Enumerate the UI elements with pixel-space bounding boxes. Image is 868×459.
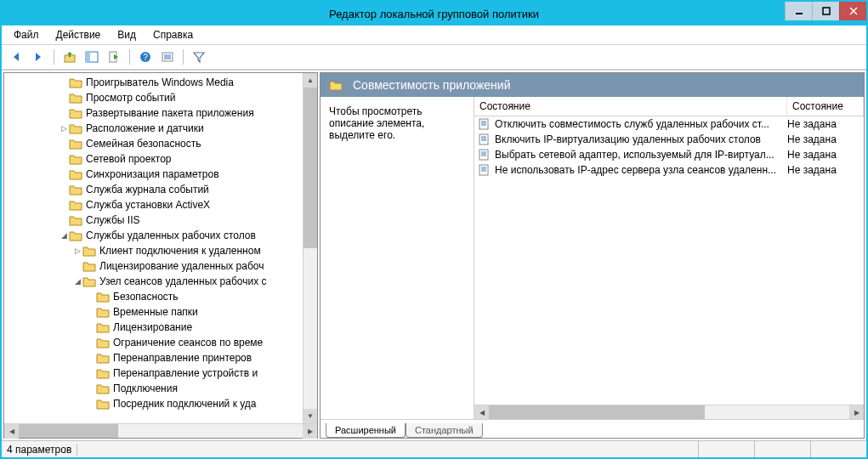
tree-item[interactable]: Лицензирование удаленных рабоч xyxy=(4,258,317,274)
close-button[interactable] xyxy=(839,2,866,20)
folder-icon xyxy=(96,321,110,333)
folder-icon xyxy=(69,92,82,104)
folder-icon xyxy=(69,122,82,134)
tree-item[interactable]: Проигрыватель Windows Media xyxy=(4,75,317,90)
folder-icon xyxy=(96,398,110,410)
folder-icon xyxy=(96,291,110,303)
column-name[interactable]: Состояние xyxy=(474,97,787,116)
menu-action[interactable]: Действие xyxy=(51,27,106,42)
minimize-button[interactable] xyxy=(785,2,812,20)
tree-item[interactable]: ▷Клиент подключения к удаленном xyxy=(4,243,317,258)
tree-item[interactable]: Лицензирование xyxy=(4,320,317,335)
tree-item[interactable]: Посредник подключений к уда xyxy=(4,396,317,411)
help-button[interactable]: ? xyxy=(136,48,155,66)
tab-extended[interactable]: Расширенный xyxy=(326,423,406,438)
folder-icon xyxy=(69,199,82,211)
toolbar: ? xyxy=(2,45,866,70)
list-item[interactable]: Выбрать сетевой адаптер, используемый дл… xyxy=(474,147,864,162)
tree-item-label: Расположение и датчики xyxy=(86,122,204,134)
list-item[interactable]: Не использовать IP-адрес сервера узла се… xyxy=(474,162,864,178)
folder-icon xyxy=(69,168,82,180)
folder-icon xyxy=(69,107,82,119)
tree-item[interactable]: Синхронизация параметров xyxy=(4,167,317,182)
tree-item[interactable]: Служба установки ActiveX xyxy=(4,197,317,212)
tree-item-label: Ограничение сеансов по време xyxy=(113,337,263,348)
tree-item[interactable]: Ограничение сеансов по време xyxy=(4,335,317,350)
tree-item[interactable]: Сетевой проектор xyxy=(4,151,317,167)
policy-icon xyxy=(478,133,491,146)
tree-item[interactable]: ◢Службы удаленных рабочих столов xyxy=(4,228,317,243)
tree-item[interactable]: Подключения xyxy=(4,381,317,396)
status-bar: 4 параметров xyxy=(2,440,866,457)
tree-item[interactable]: Службы IIS xyxy=(4,212,317,228)
policy-icon xyxy=(478,148,491,162)
tree-vertical-scrollbar[interactable]: ▲ ▼ xyxy=(303,73,317,423)
list-item[interactable]: Отключить совместимость служб удаленных … xyxy=(474,116,864,132)
tree-item-label: Посредник подключений к уда xyxy=(113,398,257,410)
description-text: Чтобы просмотреть описание элемента, выд… xyxy=(329,105,465,141)
back-button[interactable] xyxy=(7,48,26,66)
tab-standard[interactable]: Стандартный xyxy=(406,423,483,438)
tree-item-label: Безопасность xyxy=(113,291,179,303)
column-headers[interactable]: Состояние Состояние xyxy=(474,97,864,116)
filter-button[interactable] xyxy=(190,48,208,66)
svg-text:?: ? xyxy=(143,53,148,62)
export-button[interactable] xyxy=(105,48,123,66)
folder-icon xyxy=(96,367,110,379)
tree-item[interactable]: Перенаправление устройств и xyxy=(4,366,317,381)
tree-item[interactable]: Семейная безопасность xyxy=(4,136,317,151)
folder-icon xyxy=(82,275,96,287)
folder-icon xyxy=(96,306,110,318)
menu-view[interactable]: Вид xyxy=(112,27,141,42)
tree-item[interactable]: ◢Узел сеансов удаленных рабочих с xyxy=(4,274,317,289)
list-item[interactable]: Включить IP-виртуализацию удаленных рабо… xyxy=(474,132,864,147)
properties-button[interactable] xyxy=(158,48,177,66)
svg-rect-6 xyxy=(86,52,90,62)
svg-rect-18 xyxy=(479,134,488,144)
svg-rect-26 xyxy=(479,165,488,175)
policy-icon xyxy=(478,117,491,131)
column-state[interactable]: Состояние xyxy=(787,97,864,116)
setting-state: Не задана xyxy=(787,118,864,130)
tree-item-label: Сетевой проектор xyxy=(86,153,172,165)
list-horizontal-scrollbar[interactable]: ◀ ▶ xyxy=(474,405,864,419)
maximize-button[interactable] xyxy=(812,2,839,20)
up-button[interactable] xyxy=(60,48,79,66)
tree-item[interactable]: Развертывание пакета приложения xyxy=(4,105,317,121)
tree-item-label: Узел сеансов удаленных рабочих с xyxy=(99,275,267,287)
tree-item-label: Семейная безопасность xyxy=(86,138,201,150)
tree-item[interactable]: Временные папки xyxy=(4,304,317,320)
window-controls xyxy=(785,2,866,20)
expander-icon[interactable]: ▷ xyxy=(72,246,82,255)
tree-item[interactable]: Безопасность xyxy=(4,289,317,304)
folder-icon xyxy=(82,260,96,272)
details-title: Совместимость приложений xyxy=(353,78,511,92)
menu-file[interactable]: Файл xyxy=(9,27,44,42)
tree-item[interactable]: Служба журнала событий xyxy=(4,182,317,197)
tree[interactable]: Проигрыватель Windows MediaПросмотр собы… xyxy=(4,73,317,413)
show-hide-tree-button[interactable] xyxy=(82,48,101,66)
tree-pane: Проигрыватель Windows MediaПросмотр собы… xyxy=(3,72,318,439)
svg-rect-22 xyxy=(479,150,488,160)
tree-horizontal-scrollbar[interactable]: ◀ ▶ xyxy=(4,423,317,438)
tree-item-label: Лицензирование xyxy=(113,321,192,333)
folder-icon xyxy=(69,138,82,150)
tree-item[interactable]: Перенаправление принтеров xyxy=(4,350,317,366)
tree-item-label: Временные папки xyxy=(113,306,198,318)
menu-help[interactable]: Справка xyxy=(148,27,198,42)
folder-icon xyxy=(329,79,343,91)
folder-icon xyxy=(69,76,82,88)
tree-item[interactable]: Просмотр событий xyxy=(4,90,317,105)
setting-name: Включить IP-виртуализацию удаленных рабо… xyxy=(495,133,787,145)
expander-icon[interactable]: ▷ xyxy=(59,124,69,133)
forward-button[interactable] xyxy=(29,48,48,66)
expander-icon[interactable]: ◢ xyxy=(59,231,69,240)
expander-icon[interactable]: ◢ xyxy=(72,277,82,286)
folder-icon xyxy=(96,352,110,364)
svg-rect-1 xyxy=(823,8,830,14)
window-title: Редактор локальной групповой политики xyxy=(2,8,866,20)
description-pane: Чтобы просмотреть описание элемента, выд… xyxy=(321,97,474,419)
setting-name: Отключить совместимость служб удаленных … xyxy=(495,118,787,130)
tree-item-label: Подключения xyxy=(113,382,178,394)
tree-item[interactable]: ▷Расположение и датчики xyxy=(4,121,317,136)
